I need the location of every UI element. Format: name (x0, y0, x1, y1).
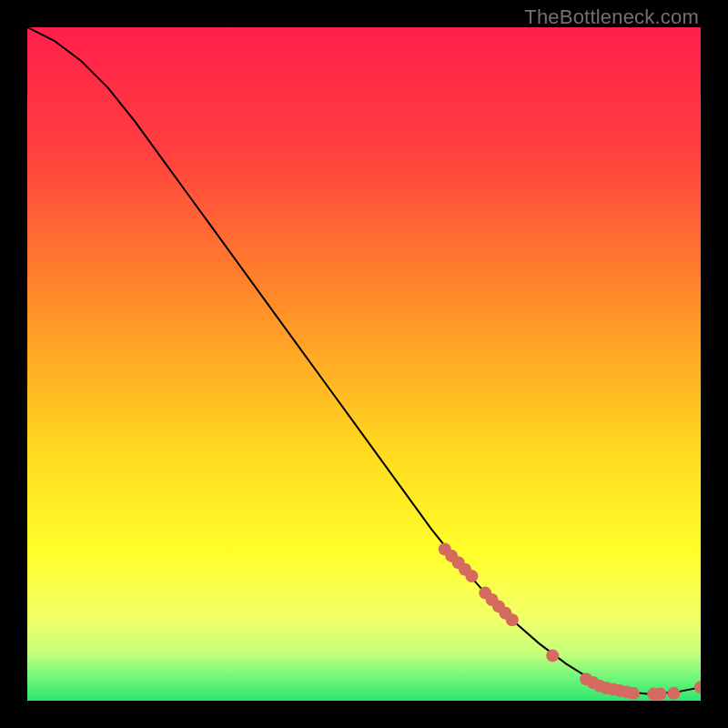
data-marker (506, 613, 519, 626)
watermark-text: TheBottleneck.com (524, 5, 699, 29)
plot-area (27, 27, 701, 701)
data-marker (465, 570, 478, 582)
data-marker (627, 687, 640, 700)
data-marker (546, 649, 559, 662)
data-marker (667, 687, 680, 700)
marker-layer (439, 543, 701, 701)
data-marker (694, 681, 701, 693)
bottleneck-curve-path (27, 27, 701, 694)
data-marker (654, 688, 667, 701)
chart-stage: TheBottleneck.com (0, 0, 728, 728)
chart-overlay-svg (27, 27, 701, 701)
